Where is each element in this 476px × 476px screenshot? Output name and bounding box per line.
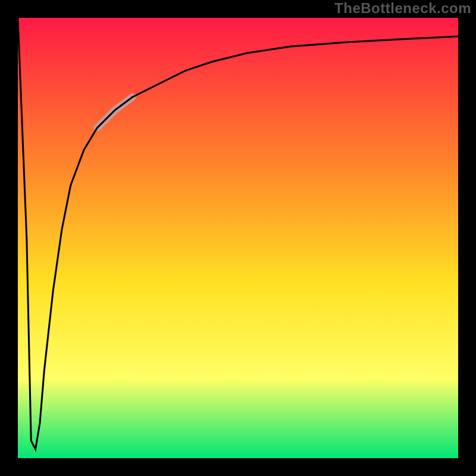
bottleneck-chart	[0, 0, 476, 476]
plot-area	[18, 18, 458, 458]
watermark-text: TheBottleneck.com	[334, 0, 471, 17]
